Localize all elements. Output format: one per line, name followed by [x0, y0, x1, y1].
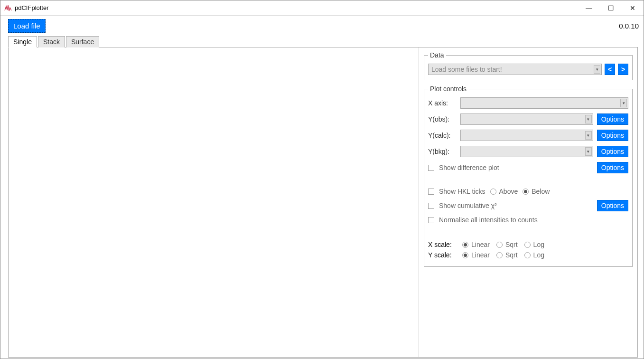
dropdown-caret-icon: ▾ [585, 115, 592, 123]
minimize-button[interactable]: — [578, 0, 600, 16]
x-linear-radio[interactable] [462, 242, 468, 248]
y-log-radio[interactable] [524, 252, 531, 258]
data-file-select[interactable]: Load some files to start! ▾ [428, 64, 602, 75]
x-axis-select[interactable]: ▾ [460, 97, 628, 109]
close-button[interactable]: ✕ [622, 0, 644, 16]
tab-surface[interactable]: Surface [66, 36, 99, 47]
x-log-radio[interactable] [524, 242, 531, 248]
y-linear-radio[interactable] [462, 252, 468, 258]
chi2-options-button[interactable]: Options [597, 200, 628, 211]
load-file-button[interactable]: Load file [8, 19, 46, 33]
y-calc-select[interactable]: ▾ [460, 130, 593, 141]
dropdown-caret-icon: ▾ [585, 147, 592, 156]
x-axis-label: X axis: [428, 99, 457, 107]
y-calc-label: Y(calc): [428, 132, 457, 139]
normalise-label: Normalise all intensities to counts [439, 216, 538, 224]
window-title: pdCIFplotter [15, 4, 49, 11]
toolbar: Load file 0.0.10 [0, 16, 644, 36]
show-cum-chi2-label: Show cumulative χ² [439, 202, 497, 209]
next-data-button[interactable]: > [618, 64, 628, 75]
maximize-button[interactable]: ☐ [600, 0, 622, 16]
y-calc-options-button[interactable]: Options [597, 130, 628, 141]
tab-single[interactable]: Single [8, 36, 37, 47]
app-icon [4, 4, 12, 12]
hkl-above-label: Above [499, 188, 518, 195]
normalise-checkbox[interactable] [428, 217, 434, 223]
show-hkl-label: Show HKL ticks [439, 188, 485, 195]
version-label: 0.0.10 [619, 22, 639, 30]
show-hkl-checkbox[interactable] [428, 189, 434, 195]
y-sqrt-radio[interactable] [496, 252, 503, 258]
y-bkg-select[interactable]: ▾ [460, 146, 593, 157]
hkl-above-radio[interactable] [490, 189, 496, 195]
show-diff-checkbox[interactable] [428, 165, 434, 171]
show-diff-label: Show difference plot [439, 164, 499, 171]
plot-area [9, 47, 419, 357]
dropdown-caret-icon: ▾ [585, 131, 592, 140]
dropdown-caret-icon: ▾ [620, 99, 627, 107]
y-scale-label: Y scale: [428, 251, 456, 259]
y-obs-select[interactable]: ▾ [460, 113, 593, 125]
dropdown-caret-icon: ▾ [594, 65, 600, 74]
data-legend: Data [428, 51, 446, 59]
hkl-below-radio[interactable] [523, 189, 529, 195]
y-bkg-options-button[interactable]: Options [597, 146, 628, 157]
side-panel: Data Load some files to start! ▾ < > Plo… [419, 47, 637, 357]
plot-controls-legend: Plot controls [428, 85, 468, 93]
x-sqrt-radio[interactable] [496, 242, 503, 248]
plot-controls-group: Plot controls X axis: ▾ Y(obs): ▾ Option… [424, 85, 633, 267]
tab-strip: Single Stack Surface [0, 36, 644, 47]
tab-stack[interactable]: Stack [38, 36, 65, 47]
data-group: Data Load some files to start! ▾ < > [424, 51, 633, 80]
data-file-placeholder: Load some files to start! [431, 66, 502, 73]
y-obs-options-button[interactable]: Options [597, 113, 628, 125]
prev-data-button[interactable]: < [605, 64, 615, 75]
titlebar: pdCIFplotter — ☐ ✕ [0, 0, 644, 16]
show-cum-chi2-checkbox[interactable] [428, 203, 434, 209]
hkl-below-label: Below [532, 188, 550, 195]
diff-options-button[interactable]: Options [597, 162, 628, 173]
y-bkg-label: Y(bkg): [428, 148, 457, 155]
x-scale-label: X scale: [428, 241, 456, 248]
y-obs-label: Y(obs): [428, 115, 457, 123]
content-area: Data Load some files to start! ▾ < > Plo… [8, 47, 638, 358]
